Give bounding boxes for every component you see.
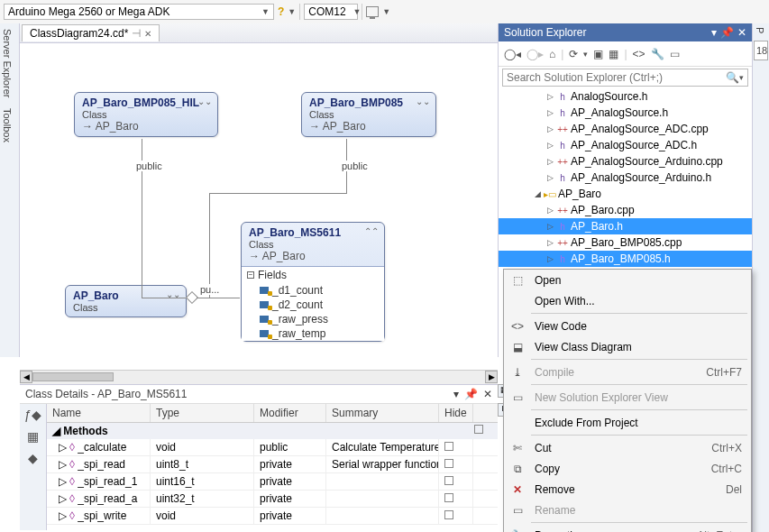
port-selector[interactable]: COM12▼ xyxy=(304,4,358,20)
tab-server-explorer[interactable]: Server Explorer xyxy=(0,23,14,103)
connector xyxy=(197,298,240,298)
tab-classdiagram[interactable]: ClassDiagram24.cd* ⊣ ✕ xyxy=(22,24,160,41)
divider xyxy=(299,4,300,20)
collapse-icon[interactable]: ▣ xyxy=(593,48,603,60)
help-icon[interactable]: ? xyxy=(278,5,284,18)
menu-item[interactable]: ⬓View Class Diagram xyxy=(504,336,751,357)
board-label: Arduino Mega 2560 or Mega ADK xyxy=(8,5,169,18)
tree-item[interactable]: ▷hAP_AnalogSource.h xyxy=(499,105,752,121)
diagram-canvas[interactable]: AP_Baro_BMP085_HIL Class → AP_Baro ⌄⌄ AP… xyxy=(20,43,498,370)
refresh-icon[interactable]: ⟳ xyxy=(569,48,578,60)
menu-item[interactable]: Open With... xyxy=(504,290,751,311)
tree-item[interactable]: ▷++AP_Baro.cpp xyxy=(499,202,752,218)
menu-item: ⤓CompileCtrl+F7 xyxy=(504,362,751,382)
method-row[interactable]: ▷ ◊ _calculatevoidpublicCalculate Temper… xyxy=(47,439,498,456)
tree-item[interactable]: ▷hAP_Baro.h xyxy=(499,218,752,234)
chevron-down-icon: ▼ xyxy=(288,7,296,16)
class-details-title[interactable]: Class Details - AP_Baro_MS5611 ▾ 📌 ✕ xyxy=(20,385,498,404)
menu-item[interactable]: ⧉CopyCtrl+C xyxy=(504,458,751,479)
scroll-thumb[interactable] xyxy=(32,372,114,381)
document-area: ClassDiagram24.cd* ⊣ ✕ AP_Baro_BMP085_HI… xyxy=(20,23,498,384)
document-tabs: ClassDiagram24.cd* ⊣ ✕ xyxy=(20,23,498,43)
class-details-sidebar: ƒ◆ ▦ ◆ xyxy=(20,404,47,530)
tree-item[interactable]: ▷++AP_Baro_BMP085.cpp xyxy=(499,234,752,251)
expand-icon[interactable]: ⌄⌄ xyxy=(197,96,212,106)
scroll-left-icon[interactable]: ◀ xyxy=(20,371,32,383)
search-input[interactable] xyxy=(507,71,726,84)
side-tool-tabs: Server Explorer Toolbox xyxy=(0,23,20,357)
method-row[interactable]: ▷ ◊ _spi_read_1uint16_tprivate xyxy=(47,473,498,491)
dropdown-icon[interactable]: ▾ xyxy=(711,26,717,39)
expand-icon[interactable]: ⌄⌄ xyxy=(416,96,430,106)
class-ap-baro-bmp085[interactable]: AP_Baro_BMP085 Class → AP_Baro ⌄⌄ xyxy=(301,92,436,137)
collapse-icon[interactable]: ⌃⌃ xyxy=(364,226,379,236)
right-badge: 18 xyxy=(754,41,768,60)
menu-item[interactable]: 🔧PropertiesAlt+Enter xyxy=(504,525,751,532)
divider xyxy=(362,4,362,20)
class-ap-baro-ms5611[interactable]: AP_Baro_MS5611 Class → AP_Baro ⌃⌃ −Field… xyxy=(241,222,385,342)
tree-item[interactable]: ◢▸▭AP_Baro xyxy=(499,186,752,202)
class-name: AP_Baro_BMP085_HIL xyxy=(82,96,210,109)
event-icon[interactable]: ◆ xyxy=(28,451,38,465)
menu-item[interactable]: ⬚Open xyxy=(504,270,751,290)
tab-toolbox[interactable]: Toolbox xyxy=(0,103,14,148)
preview-icon[interactable]: ▭ xyxy=(670,48,680,60)
class-details-grid[interactable]: Name Type Modifier Summary Hide ◢ Method… xyxy=(47,404,498,530)
close-icon[interactable]: ✕ xyxy=(144,29,151,39)
right-dock-strip: P 18 xyxy=(752,23,769,532)
context-menu[interactable]: ⬚OpenOpen With...<>View Code⬓View Class … xyxy=(503,269,752,532)
pin-icon[interactable]: 📌 xyxy=(720,26,734,39)
panel-title-bar[interactable]: Solution Explorer ▾ 📌 ✕ xyxy=(499,23,752,41)
chevron-down-icon: ▼ xyxy=(261,7,270,16)
solution-toolbar: ◯◂ ◯▸ ⌂ | ⟳▾ ▣ ▦ | <> 🔧 ▭ xyxy=(499,41,752,67)
class-ap-baro[interactable]: AP_Baro Class ⌄⌄ xyxy=(65,285,187,317)
tree-item[interactable]: ▷hAP_AnalogSource_Arduino.h xyxy=(499,170,752,186)
forward-icon[interactable]: ◯▸ xyxy=(526,48,544,60)
dropdown-icon[interactable]: ▾ xyxy=(453,388,459,400)
method-row[interactable]: ▷ ◊ _spi_writevoidprivate xyxy=(47,508,498,525)
board-selector[interactable]: Arduino Mega 2560 or Mega ADK▼ xyxy=(4,4,274,20)
menu-item: ▭Rename xyxy=(504,500,751,520)
top-toolbar: Arduino Mega 2560 or Mega ADK▼ ?▼ COM12▼… xyxy=(0,0,769,23)
pin-icon[interactable]: 📌 xyxy=(464,388,478,400)
menu-item[interactable]: ✄CutCtrl+X xyxy=(504,437,751,458)
show-all-icon[interactable]: ▦ xyxy=(609,48,618,60)
menu-item[interactable]: Exclude From Project xyxy=(504,412,751,433)
horizontal-scrollbar[interactable]: ◀ ▶ xyxy=(20,370,498,384)
search-icon[interactable]: 🔍 xyxy=(726,71,739,84)
connector xyxy=(142,298,191,298)
scroll-right-icon[interactable]: ▶ xyxy=(485,371,498,383)
field-icon xyxy=(260,316,269,323)
hide-checkbox[interactable] xyxy=(474,425,483,434)
menu-item: ▭New Solution Explorer View xyxy=(504,387,751,408)
tab-label: ClassDiagram24.cd* xyxy=(30,27,128,40)
close-icon[interactable]: ✕ xyxy=(483,388,492,400)
tree-item[interactable]: ▷++AP_AnalogSource_ADC.cpp xyxy=(499,121,752,137)
monitor-icon[interactable] xyxy=(366,6,379,17)
method-icon[interactable]: ƒ◆ xyxy=(24,408,41,422)
port-label: COM12 xyxy=(308,5,345,18)
method-row[interactable]: ▷ ◊ _spi_readuint8_tprivateSerial wrappe… xyxy=(47,456,498,473)
field-icon xyxy=(260,330,269,337)
connector xyxy=(209,193,210,298)
chevron-down-icon: ▼ xyxy=(353,7,362,16)
tree-item[interactable]: ▷hAP_Baro_BMP085.h xyxy=(499,251,752,267)
menu-item[interactable]: ✕RemoveDel xyxy=(504,479,751,500)
class-ap-baro-bmp085-hil[interactable]: AP_Baro_BMP085_HIL Class → AP_Baro ⌄⌄ xyxy=(74,92,218,137)
close-icon[interactable]: ✕ xyxy=(737,26,746,39)
solution-search[interactable]: 🔍▾ xyxy=(502,69,748,87)
back-icon[interactable]: ◯◂ xyxy=(504,48,521,60)
right-tab-placeholder[interactable]: P xyxy=(753,23,767,37)
code-icon[interactable]: <> xyxy=(633,48,645,60)
field-icon[interactable]: ▦ xyxy=(27,429,39,444)
tree-item[interactable]: ▷++AP_AnalogSource_Arduino.cpp xyxy=(499,153,752,170)
class-details-panel: Class Details - AP_Baro_MS5611 ▾ 📌 ✕ ƒ◆ … xyxy=(20,384,498,532)
method-row[interactable]: ▷ ◊ _spi_read_auint32_tprivate xyxy=(47,491,498,508)
menu-item[interactable]: <>View Code xyxy=(504,316,751,336)
tree-item[interactable]: ▷hAnalogSource.h xyxy=(499,88,752,105)
properties-icon[interactable]: 🔧 xyxy=(651,48,664,60)
field-icon xyxy=(260,287,269,294)
tree-item[interactable]: ▷hAP_AnalogSource_ADC.h xyxy=(499,137,752,153)
pin-icon[interactable]: ⊣ xyxy=(132,27,141,40)
home-icon[interactable]: ⌂ xyxy=(549,48,555,60)
